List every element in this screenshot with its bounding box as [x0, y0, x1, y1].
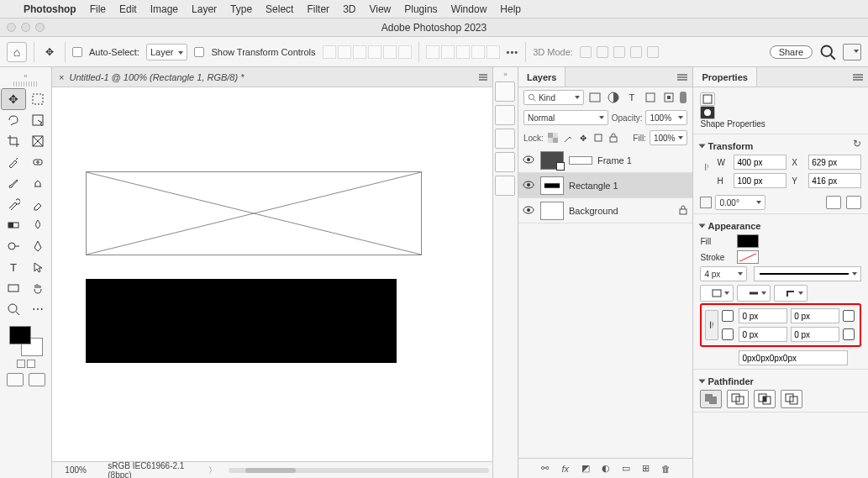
workspace-switcher[interactable] — [843, 44, 861, 60]
distribute-5-icon[interactable] — [487, 45, 500, 59]
brush-tool[interactable] — [2, 173, 25, 193]
x-input[interactable] — [808, 155, 861, 170]
document-tab[interactable]: × Untitled-1 @ 100% (Rectangle 1, RGB/8)… — [52, 67, 492, 87]
visibility-toggle[interactable] — [522, 181, 535, 191]
link-layers-icon[interactable]: ⚯ — [539, 463, 551, 474]
stroke-width-input[interactable]: 4 px — [700, 266, 747, 281]
distribute-2-icon[interactable] — [441, 45, 455, 59]
zoom-level[interactable]: 100% — [55, 465, 96, 475]
dock-expand-icon[interactable]: » — [503, 71, 507, 78]
layers-tab[interactable]: Layers — [518, 67, 566, 87]
menu-help[interactable]: Help — [500, 3, 521, 15]
flip-horizontal-icon[interactable] — [826, 196, 841, 209]
menu-select[interactable]: Select — [266, 3, 293, 15]
align-right-icon[interactable] — [353, 45, 366, 59]
edit-toolbar[interactable]: ⋯ — [26, 299, 50, 319]
link-dimensions-icon[interactable]: 𝄆 — [700, 155, 713, 180]
corner-br-input[interactable] — [791, 327, 839, 342]
blend-mode-select[interactable]: Normal — [523, 110, 608, 125]
lock-pixels-icon[interactable] — [562, 132, 574, 144]
menu-3d[interactable]: 3D — [343, 3, 355, 15]
rotation-input[interactable]: 0.00° — [715, 195, 765, 210]
canvas[interactable] — [52, 87, 492, 461]
menu-file[interactable]: File — [90, 3, 106, 15]
window-zoom[interactable] — [35, 23, 45, 32]
layer-mask-thumbnail[interactable] — [569, 156, 592, 165]
reset-transform-icon[interactable]: ↻ — [853, 138, 861, 150]
crop-tool[interactable] — [2, 131, 25, 151]
lock-position-icon[interactable]: ✥ — [577, 132, 589, 144]
menu-edit[interactable]: Edit — [119, 3, 137, 15]
align-hcenter-icon[interactable] — [338, 45, 351, 59]
path-select-tool[interactable] — [26, 257, 50, 277]
auto-select-target[interactable]: Layer — [146, 44, 188, 60]
foreground-swatch[interactable] — [9, 326, 31, 344]
close-tab-icon[interactable]: × — [59, 72, 64, 82]
layer-fx-icon[interactable]: fx — [560, 464, 571, 474]
pathfinder-section-toggle[interactable]: Pathfinder — [700, 376, 861, 386]
visibility-toggle[interactable] — [522, 155, 535, 165]
quick-mask-icon[interactable] — [7, 373, 24, 386]
dock-panel-5[interactable] — [495, 176, 515, 196]
frame-1[interactable] — [86, 171, 422, 255]
dodge-tool[interactable] — [2, 236, 25, 256]
menu-image[interactable]: Image — [150, 3, 178, 15]
distribute-3-icon[interactable] — [456, 45, 470, 59]
stroke-style-select[interactable] — [754, 266, 861, 281]
stroke-caps-select[interactable] — [737, 285, 771, 302]
layer-row[interactable]: Background — [518, 198, 693, 223]
rectangle-tool[interactable] — [2, 278, 25, 298]
pathfinder-intersect-icon[interactable] — [754, 390, 776, 408]
layer-filter-kind[interactable]: Kind — [523, 90, 584, 105]
search-icon[interactable] — [819, 44, 836, 60]
marquee-tool[interactable] — [26, 89, 50, 109]
filter-adjust-icon[interactable] — [606, 91, 621, 104]
eraser-tool[interactable] — [26, 194, 50, 214]
more-options-icon[interactable]: ••• — [507, 47, 519, 57]
clone-stamp-tool[interactable] — [26, 173, 50, 193]
move-tool[interactable]: ✥ — [2, 89, 25, 109]
fill-opacity-input[interactable]: 100% — [650, 130, 688, 145]
stroke-corners-select[interactable] — [774, 285, 808, 302]
pathfinder-exclude-icon[interactable] — [781, 390, 802, 408]
new-layer-icon[interactable]: ⊞ — [640, 463, 652, 474]
lock-icon[interactable] — [677, 205, 689, 217]
menu-plugins[interactable]: Plugins — [404, 3, 437, 15]
pathfinder-subtract-icon[interactable] — [727, 390, 749, 408]
hand-tool[interactable] — [26, 278, 50, 298]
eyedropper-tool[interactable] — [2, 152, 25, 172]
status-chevron-icon[interactable]: 〉 — [208, 465, 217, 476]
menu-window[interactable]: Window — [451, 3, 487, 15]
height-input[interactable] — [734, 173, 786, 188]
layer-row[interactable]: Rectangle 1 — [518, 173, 693, 198]
filter-type-icon[interactable]: T — [624, 91, 639, 104]
auto-select-checkbox[interactable] — [72, 47, 82, 57]
properties-tab[interactable]: Properties — [693, 67, 756, 87]
window-minimize[interactable] — [21, 23, 30, 32]
menu-layer[interactable]: Layer — [192, 3, 217, 15]
rectangle-1[interactable] — [86, 279, 397, 363]
layer-group-icon[interactable]: ▭ — [620, 463, 632, 474]
layer-row[interactable]: Frame 1 — [518, 148, 693, 173]
align-left-icon[interactable] — [323, 45, 336, 59]
menu-filter[interactable]: Filter — [307, 3, 329, 15]
blur-tool[interactable] — [26, 215, 50, 235]
width-input[interactable] — [734, 155, 786, 170]
layer-thumbnail[interactable] — [540, 151, 564, 170]
appearance-section-toggle[interactable]: Appearance — [700, 221, 861, 231]
distribute-4-icon[interactable] — [471, 45, 485, 59]
color-profile[interactable]: sRGB IEC61966-2.1 (8bpc) — [108, 461, 196, 479]
align-bottom-icon[interactable] — [398, 45, 412, 59]
dock-panel-4[interactable] — [495, 152, 515, 172]
link-corners-icon[interactable]: 𝄆 — [705, 310, 718, 340]
adjustment-layer-icon[interactable]: ◐ — [600, 463, 612, 474]
corner-summary-input[interactable] — [739, 350, 848, 365]
healing-tool[interactable] — [26, 152, 50, 172]
layer-thumbnail[interactable] — [540, 202, 564, 220]
share-button[interactable]: Share — [770, 45, 813, 59]
dock-panel-3[interactable] — [495, 129, 515, 149]
y-input[interactable] — [808, 173, 861, 188]
window-close[interactable] — [7, 23, 16, 32]
3d-orbit-icon[interactable] — [580, 46, 592, 58]
menu-view[interactable]: View — [369, 3, 391, 15]
